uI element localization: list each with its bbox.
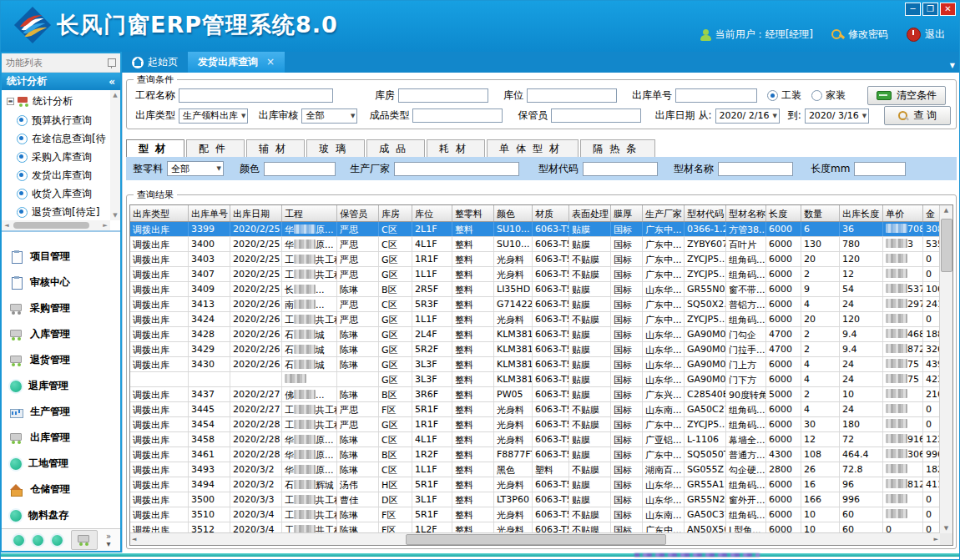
cart-shortcut-button[interactable]	[71, 530, 98, 550]
material-tab-单体型材[interactable]: 单体型材	[487, 139, 579, 157]
change-password-button[interactable]: 修改密码	[831, 28, 888, 42]
column-header-保管员[interactable]: 保管员	[337, 205, 379, 221]
radio-gongzhuang[interactable]: 工装	[767, 88, 801, 103]
material-tab-配件[interactable]: 配件	[186, 139, 245, 157]
order-no-input[interactable]	[675, 88, 757, 103]
audit-select[interactable]: 全部▼	[301, 108, 357, 124]
collapse-icon[interactable]: «	[109, 76, 115, 88]
circle-icon[interactable]	[13, 535, 24, 546]
column-header-单价[interactable]: 单价	[883, 205, 923, 221]
material-tab-成品[interactable]: 成品	[366, 139, 425, 157]
grid-horizontal-scrollbar[interactable]: ◄ ►	[130, 532, 940, 545]
sidebar-item-退货管理[interactable]: 退货管理	[2, 347, 120, 373]
circle-icon[interactable]	[33, 535, 43, 546]
table-row[interactable]: 调拨出库34132020/2/26南...严思C区5R3F整料G71422606…	[130, 297, 940, 312]
table-row[interactable]: 调拨出库34582020/2/28华原...陈琳C区4L1F整料光身料6063-…	[130, 432, 940, 447]
column-header-出库单号[interactable]: 出库单号	[189, 205, 230, 221]
search-button[interactable]: 查 询	[884, 106, 951, 125]
column-header-工程[interactable]: 工程	[282, 205, 337, 221]
radio-jiazhuang[interactable]: 家装	[811, 88, 846, 103]
scroll-right-icon[interactable]: ►	[100, 220, 110, 230]
sidebar-item-出库管理[interactable]: 出库管理	[2, 425, 120, 451]
scroll-up-icon[interactable]: ▲	[110, 90, 120, 100]
column-header-膜厚[interactable]: 膜厚	[611, 205, 643, 221]
table-row[interactable]: 调拨出库35102020/3/4工共工程陈琳F区5R1F整料光身料6063-T5…	[130, 507, 940, 522]
table-row[interactable]: 调拨出库34072020/2/25工共工程严思G区1L1F整料光身料6063-T…	[130, 267, 940, 282]
date-from-select[interactable]: 2020/ 2/16▼	[715, 108, 780, 124]
material-tab-辅材[interactable]: 辅材	[246, 139, 305, 157]
column-header-表面处理[interactable]: 表面处理	[569, 205, 611, 221]
tree-item[interactable]: 预算执行查询	[3, 111, 109, 129]
location-input[interactable]	[527, 88, 617, 103]
length-input[interactable]	[854, 162, 906, 176]
table-row[interactable]: 调拨出库34612020/2/28华原...陈琳B区1R2F整料F8877FT6…	[130, 447, 940, 462]
sidebar-item-仓储管理[interactable]: 仓储管理	[2, 477, 120, 502]
sidebar-item-生产管理[interactable]: 生产管理	[2, 399, 120, 425]
tab-home[interactable]: 起始页	[122, 52, 188, 73]
material-tab-玻璃[interactable]: 玻璃	[306, 139, 365, 157]
clear-conditions-button[interactable]: 清空条件	[867, 86, 946, 105]
sidebar-item-审核中心[interactable]: 审核中心	[2, 270, 120, 295]
close-button[interactable]: ✕	[940, 3, 956, 16]
tree-item[interactable]: 在途信息查询[待	[3, 129, 109, 148]
profile-code-input[interactable]	[583, 162, 658, 176]
factory-input[interactable]	[394, 162, 519, 176]
column-header-出库日期[interactable]: 出库日期	[230, 205, 282, 221]
tree-item[interactable]: 收货入库查询	[3, 184, 109, 203]
column-header-材质[interactable]: 材质	[533, 205, 569, 221]
table-row[interactable]: 调拨出库34372020/2/27佛...陈琳B区3R6F整料PW056063-…	[130, 387, 940, 402]
sidebar-item-采购管理[interactable]: 采购管理	[2, 295, 120, 321]
profile-name-input[interactable]	[718, 162, 793, 176]
material-tab-隔热条[interactable]: 隔热条	[580, 139, 655, 157]
maximize-button[interactable]: ❐	[922, 3, 938, 16]
tab-outbound-query[interactable]: 发货出库查询 ×	[188, 52, 285, 73]
column-header-长度[interactable]: 长度	[766, 205, 801, 221]
minimize-button[interactable]: ─	[905, 3, 921, 16]
scroll-left-icon[interactable]: ◄	[132, 536, 136, 542]
outbound-type-select[interactable]: 生产领料出库▼	[179, 108, 248, 124]
circle-icon[interactable]	[52, 535, 63, 546]
logout-button[interactable]: 退出	[907, 28, 945, 42]
column-header-颜色[interactable]: 颜色	[494, 205, 533, 221]
more-buttons-chevron[interactable]: »▾	[106, 532, 111, 547]
scroll-down-icon[interactable]: ▼	[940, 525, 952, 532]
sidebar-item-物料盘存[interactable]: 物料盘存	[2, 502, 120, 528]
scroll-thumb[interactable]	[406, 534, 666, 545]
table-row[interactable]: 调拨出库34092020/2/25长...陈琳B区2R5F整料LI35HD606…	[130, 282, 940, 297]
pin-icon[interactable]	[108, 58, 116, 67]
table-row[interactable]: 调拨出库34542020/2/28工共工程严思G区1R1F整料光身料6063-T…	[130, 417, 940, 432]
tree-item[interactable]: 退货查询[待定]	[3, 203, 109, 220]
table-row[interactable]: 调拨出库35002020/3/3工共工程曹佳D区3L1F整料LT3P606063…	[130, 492, 940, 507]
table-row[interactable]: 调拨出库34932020/3/2华原...陈琳C区1L1F整料黑色塑料不贴膜国标…	[130, 462, 940, 477]
scroll-down-icon[interactable]: ▼	[110, 210, 120, 220]
tree-vertical-scrollbar[interactable]: ▲ ▼	[110, 90, 120, 220]
column-header-库位[interactable]: 库位	[412, 205, 452, 221]
tree-item[interactable]: 采购入库查询	[3, 148, 109, 166]
date-to-select[interactable]: 2020/ 3/16▼	[805, 108, 869, 124]
whole-part-select[interactable]: 全部▼	[167, 161, 224, 176]
column-header-库房[interactable]: 库房	[379, 205, 412, 221]
column-header-型材名称[interactable]: 型材名称	[726, 205, 766, 221]
sidebar-group-header[interactable]: 统计分析 «	[2, 73, 120, 90]
sidebar-item-入库管理[interactable]: 入库管理	[2, 321, 120, 347]
table-row[interactable]: 调拨出库34032020/2/25工共工程严思G区1R1F整料光身料6063-T…	[130, 252, 940, 267]
project-name-input[interactable]	[179, 88, 333, 103]
material-tab-型材[interactable]: 型材	[126, 139, 184, 157]
scroll-thumb[interactable]	[941, 219, 952, 272]
sidebar-item-项目管理[interactable]: 项目管理	[2, 244, 120, 270]
scroll-up-icon[interactable]: ▲	[940, 207, 952, 214]
scroll-right-icon[interactable]: ►	[934, 536, 938, 542]
tree-horizontal-scrollbar[interactable]: ◄ ►	[2, 220, 110, 230]
grid-vertical-scrollbar[interactable]: ▲ ▼	[939, 205, 952, 533]
material-tab-耗材[interactable]: 耗材	[427, 139, 485, 157]
tree-item[interactable]: 发货出库查询	[3, 166, 109, 184]
column-header-出库长度[interactable]: 出库长度	[840, 205, 883, 221]
table-row[interactable]: 调拨出库34282020/2/26石城陈琳G区2L4F整料KLM38176063…	[130, 327, 940, 342]
column-header-数量[interactable]: 数量	[801, 205, 840, 221]
column-header-出库类型[interactable]: 出库类型	[130, 205, 189, 221]
table-row[interactable]: 调拨出库34002020/2/25华原...严思C区4L1F整料SU10...6…	[130, 237, 940, 252]
table-row[interactable]: 调拨出库34302020/2/26石城陈琳G区3L3F整料KLM38176063…	[130, 357, 940, 372]
table-row[interactable]: 调拨出库34242020/2/26工共工程严思G区1L1F整料光身料6063-T…	[130, 312, 940, 327]
table-row[interactable]: 调拨出库34292020/2/26石城陈琳G区5R2F整料KLM38176063…	[130, 342, 940, 357]
tree-expander-icon[interactable]: ▬	[7, 98, 14, 105]
